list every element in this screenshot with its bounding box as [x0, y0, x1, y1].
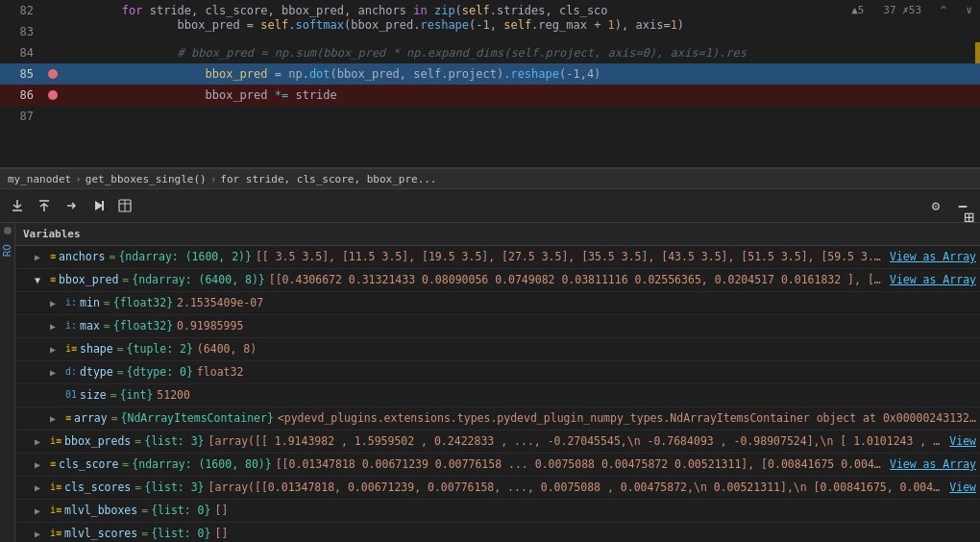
var-name-mlvl-scores: mlvl_scores: [64, 525, 137, 542]
var-row-mlvl-bboxes[interactable]: ▶ i≡ mlvl_bboxes = {list: 0} []: [15, 500, 980, 523]
variables-title: Variables: [23, 228, 81, 240]
var-type-bbox-pred: {ndarray: (6400, 8)}: [132, 271, 264, 288]
var-name-bbox-preds: bbox_preds: [64, 432, 131, 450]
expand-bbox-preds[interactable]: ▶: [35, 432, 50, 451]
var-name-cls-scores: cls_scores: [64, 479, 131, 496]
line-number-86: 86: [0, 88, 43, 102]
var-row-bbox-pred-array[interactable]: ▶ ≡ array = {NdArrayItemsContainer} <pyd…: [15, 407, 980, 431]
var-name-max: max: [80, 317, 100, 334]
var-name-dtype: dtype: [80, 363, 113, 381]
expand-bbox-pred-max[interactable]: ▶: [50, 317, 65, 335]
var-link-cls-score[interactable]: View as Array: [890, 456, 976, 473]
breakpoint-86[interactable]: [48, 90, 58, 100]
var-value-mlvl-scores: []: [214, 525, 228, 542]
expand-bbox-pred-shape[interactable]: ▶: [50, 340, 65, 358]
var-name-cls-score: cls_score: [59, 456, 118, 473]
debug-resume-btn[interactable]: [88, 196, 108, 215]
code-line-87: 87: [0, 106, 980, 127]
side-label[interactable]: RO: [1, 240, 13, 260]
debug-toolbar: ⚙ − ⊞: [0, 189, 980, 223]
var-row-bbox-pred-dtype[interactable]: ▶ d: dtype = {dtype: 0} float32: [15, 361, 980, 384]
var-row-bbox-preds[interactable]: ▶ i≡ bbox_preds = {list: 3} [array([[ 1.…: [15, 431, 980, 454]
expand-anchors[interactable]: ▶: [35, 248, 50, 266]
var-type-cls-score: {ndarray: (1600, 80)}: [132, 456, 271, 473]
side-indicator-1: [4, 227, 12, 234]
breadcrumb-part-1[interactable]: my_nanodet: [8, 173, 71, 185]
var-value-min: 2.1535409e-07: [177, 294, 263, 311]
breakpoint-85[interactable]: [48, 69, 58, 79]
line-number-84: 84: [0, 46, 43, 60]
var-row-anchors[interactable]: ▶ ≡ anchors = {ndarray: (1600, 2)} [[ 3.…: [15, 246, 980, 269]
expand-mlvl-scores[interactable]: ▶: [35, 525, 50, 542]
settings-icon[interactable]: ⚙: [926, 196, 945, 215]
var-value-cls-score: [[0.01347818 0.00671239 0.00776158 ... 0…: [276, 456, 886, 473]
expand-mlvl-bboxes[interactable]: ▶: [35, 502, 50, 520]
var-link-bbox-preds[interactable]: View: [949, 432, 976, 450]
expand-cls-scores[interactable]: ▶: [35, 479, 50, 497]
var-link-anchors[interactable]: View as Array: [890, 248, 976, 265]
breadcrumb-sep-2: ›: [210, 173, 217, 185]
var-value-array: <pydevd_plugins.extensions.types.pydevd_…: [278, 409, 976, 427]
var-link-bbox-pred[interactable]: View as Array: [890, 271, 976, 288]
expand-bbox-pred-array[interactable]: ▶: [50, 409, 65, 428]
var-name-anchors: anchors: [59, 248, 105, 265]
var-type-shape: {tuple: 2}: [127, 340, 193, 357]
code-lines: 82 for stride, cls_score, bbox_pred, anc…: [0, 0, 980, 127]
debug-step-out-btn[interactable]: [35, 196, 54, 215]
expand-bbox-pred-min[interactable]: ▶: [50, 294, 65, 312]
var-row-cls-score[interactable]: ▶ ≡ cls_score = {ndarray: (1600, 80)} [[…: [15, 454, 980, 477]
var-value-mlvl-bboxes: []: [214, 502, 228, 519]
var-type-bbox-preds: {list: 3}: [144, 432, 204, 450]
var-row-bbox-pred-min[interactable]: ▶ i: min = {float32} 2.1535409e-07: [15, 292, 980, 315]
debug-step-over-btn[interactable]: [61, 196, 81, 215]
var-value-bbox-pred: [[0.4306672 0.31321433 0.08090056 0.0749…: [269, 271, 886, 288]
var-row-bbox-pred-shape[interactable]: ▶ i≡ shape = {tuple: 2} (6400, 8): [15, 338, 980, 361]
var-value-bbox-preds: [array([[ 1.9143982 , 1.5959502 , 0.2422…: [208, 432, 946, 450]
breadcrumb-bar: my_nanodet › get_bboxes_single() › for s…: [0, 168, 980, 189]
side-bar: RO: [0, 223, 15, 542]
svg-rect-0: [102, 201, 104, 210]
var-value-shape: (6400, 8): [197, 340, 257, 357]
var-value-max: 0.91985995: [177, 317, 243, 334]
var-link-cls-scores[interactable]: View: [949, 479, 976, 496]
layout-icon[interactable]: ⊞: [964, 207, 974, 227]
line-number-82: 82: [0, 4, 43, 17]
var-row-bbox-pred[interactable]: ▼ ≡ bbox_pred = {ndarray: (6400, 8)} [[0…: [15, 269, 980, 292]
var-type-cls-scores: {list: 3}: [144, 479, 204, 496]
var-name-min: min: [80, 294, 100, 311]
expand-bbox-pred-dtype[interactable]: ▶: [50, 363, 65, 382]
breadcrumb-part-3[interactable]: for stride, cls_score, bbox_pre...: [220, 173, 436, 185]
code-line-86: 86 bbox_pred *= stride: [0, 85, 980, 106]
var-row-cls-scores[interactable]: ▶ i≡ cls_scores = {list: 3} [array([[0.0…: [15, 477, 980, 500]
line-number-83: 83: [0, 25, 43, 38]
var-value-anchors: [[ 3.5 3.5], [11.5 3.5], [19.5 3.5], [27…: [256, 248, 886, 265]
breadcrumb-sep-1: ›: [75, 173, 82, 185]
line-number-87: 87: [0, 110, 43, 123]
line-number-85: 85: [0, 67, 43, 81]
variables-panel-container: RO Variables ▶ ≡ anchors = {ndarray: (16…: [0, 223, 980, 542]
var-row-bbox-pred-size[interactable]: ▶ 01 size = {int} 51200: [15, 384, 980, 407]
var-value-size: 51200: [157, 386, 190, 404]
var-type-mlvl-scores: {list: 0}: [151, 525, 210, 542]
variables-list[interactable]: ▶ ≡ anchors = {ndarray: (1600, 2)} [[ 3.…: [15, 246, 980, 542]
var-type-min: {float32}: [113, 294, 173, 311]
var-type-max: {float32}: [113, 317, 173, 334]
var-name-mlvl-bboxes: mlvl_bboxes: [64, 502, 137, 519]
var-row-bbox-pred-max[interactable]: ▶ i: max = {float32} 0.91985995: [15, 315, 980, 338]
expand-cls-score[interactable]: ▶: [35, 456, 50, 474]
variables-header: Variables: [15, 223, 980, 246]
var-value-cls-scores: [array([[0.01347818, 0.00671239, 0.00776…: [208, 479, 946, 496]
var-type-mlvl-bboxes: {list: 0}: [151, 502, 210, 519]
debug-step-into-btn[interactable]: [8, 196, 27, 215]
var-name-shape: shape: [80, 340, 113, 357]
debug-table-btn[interactable]: [115, 196, 135, 215]
expand-bbox-pred-size[interactable]: ▶: [50, 386, 65, 405]
line-gutter-86: [43, 90, 62, 100]
var-name-bbox-pred: bbox_pred: [59, 271, 118, 288]
expand-bbox-pred[interactable]: ▼: [35, 271, 50, 289]
var-row-mlvl-scores[interactable]: ▶ i≡ mlvl_scores = {list: 0} []: [15, 523, 980, 542]
var-name-size: size: [80, 386, 107, 404]
var-type-array: {NdArrayItemsContainer}: [121, 409, 274, 427]
breadcrumb-part-2[interactable]: get_bboxes_single(): [86, 173, 207, 185]
line-gutter-85: [43, 69, 62, 79]
